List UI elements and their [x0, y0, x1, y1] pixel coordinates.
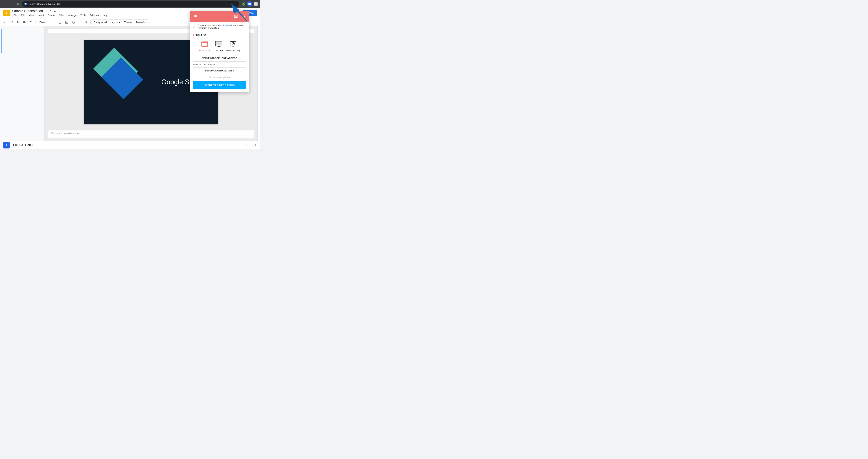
menu-arrange[interactable]: Arrange	[67, 13, 78, 17]
svg-point-18	[243, 16, 244, 17]
template-name-text: TEMPLATE.NET	[11, 144, 34, 147]
timer-icon: ⏱	[193, 25, 196, 29]
popup-menu-button[interactable]	[193, 13, 198, 19]
svg-point-28	[233, 43, 234, 44]
panel-toggle-icon[interactable]: ◁	[251, 142, 257, 148]
browser-tab-option[interactable]: Browser Tab	[198, 40, 211, 52]
docs-title-row: Sample Presentation ☆ 🗁 ☁	[12, 9, 109, 13]
menu-file[interactable]: File	[12, 13, 19, 17]
chrome-browser-bar: ← → ↻ Search Google or type a URL 🧩 ⬜	[0, 0, 260, 8]
webcam-not-detected-text: Webcam not detected	[190, 62, 249, 67]
menu-edit[interactable]: Edit	[20, 13, 27, 17]
popup-header	[190, 11, 249, 22]
grid-view-icon[interactable]: ⊞	[244, 142, 250, 148]
more-tool[interactable]: ⊞	[84, 19, 89, 25]
select-tool[interactable]	[57, 19, 63, 25]
browser-tab-label: Browser Tab	[198, 49, 211, 52]
camera-rect-icon	[234, 15, 238, 18]
svg-rect-15	[194, 17, 197, 17]
svg-rect-23	[218, 46, 220, 47]
webcam-only-label: Webcam Only	[226, 49, 240, 52]
desktop-option[interactable]: Desktop	[214, 40, 223, 52]
right-sidebar	[257, 26, 260, 141]
toolbar-divider-2	[35, 20, 36, 25]
popup-camera-button[interactable]	[233, 13, 239, 19]
refresh-button[interactable]: ↻	[15, 1, 21, 6]
menu-tools[interactable]: Tools	[79, 13, 87, 17]
forward-button[interactable]: →	[8, 1, 14, 6]
svg-rect-7	[24, 23, 25, 24]
background-button[interactable]: Background	[92, 19, 108, 25]
presentation-title: Sample Presentation	[12, 9, 43, 13]
undo-button[interactable]: ↺	[10, 19, 15, 25]
docs-title-area: Sample Presentation ☆ 🗁 ☁ File Edit View…	[12, 9, 109, 17]
recording-popup: ⏱ 5 minute limit per video. Upgrade for …	[190, 11, 249, 92]
hamburger-icon	[194, 15, 197, 18]
print-icon	[23, 21, 26, 24]
setup-camera-button[interactable]: SETUP CAMERA ACCESS	[193, 67, 246, 74]
transition-button[interactable]: Transition	[134, 19, 148, 25]
star-icon[interactable]: ☆	[44, 9, 47, 13]
svg-rect-20	[202, 42, 207, 46]
menu-insert[interactable]: Insert	[36, 13, 45, 17]
popup-settings-button[interactable]	[240, 13, 246, 19]
record-extension-icon[interactable]	[247, 1, 252, 6]
menu-addons[interactable]: Add-ons	[88, 13, 100, 17]
toolbar-divider-1	[8, 20, 8, 25]
grid-list-icon[interactable]: ☰	[237, 142, 243, 148]
theme-button[interactable]: Theme	[123, 19, 133, 25]
cloud-icon[interactable]: ☁	[53, 9, 56, 13]
select-icon	[59, 21, 62, 24]
browser-tab-icon	[200, 40, 210, 48]
shape-icon	[72, 21, 75, 24]
svg-rect-21	[202, 42, 204, 42]
popup-header-right-icons	[233, 13, 246, 19]
menu-view[interactable]: View	[27, 13, 35, 17]
add-button[interactable]: +	[2, 19, 7, 25]
format-paint-button[interactable]	[28, 19, 34, 25]
zoom-button[interactable]: 100% ▾	[37, 19, 49, 25]
layout-button[interactable]: Layout ▾	[109, 19, 122, 25]
svg-point-17	[235, 16, 237, 17]
svg-rect-24	[217, 47, 221, 47]
settings-icon	[242, 15, 245, 18]
slide-panel-item: 1 Google Slides Sample	[1, 29, 43, 54]
menu-slide[interactable]: Slide	[58, 13, 66, 17]
template-t-icon: T	[3, 142, 10, 149]
setup-tab-recording-button[interactable]: SETUP TAB RECORDING	[193, 81, 246, 89]
timer-text: 5 minute limit per video. Upgrade for un…	[198, 24, 246, 29]
maximize-icon[interactable]: ⬜	[253, 1, 258, 6]
redo-button[interactable]: ↻	[16, 19, 21, 25]
slide-thumbnail[interactable]: Google Slides Sample	[1, 29, 2, 54]
folder-icon[interactable]: 🗁	[49, 9, 52, 13]
svg-rect-8	[59, 21, 61, 24]
menu-format[interactable]: Format	[46, 13, 57, 17]
line-tool[interactable]	[77, 19, 83, 25]
popup-options-row: Browser Tab Desktop	[190, 38, 249, 54]
shape-tool[interactable]	[70, 19, 76, 25]
popup-timer-row: ⏱ 5 minute limit per video. Upgrade for …	[190, 22, 249, 32]
image-tool[interactable]	[64, 19, 70, 25]
menu-help[interactable]: Help	[101, 13, 109, 17]
rec-label: Rec Free	[196, 33, 206, 36]
back-button[interactable]: ←	[2, 1, 7, 6]
webcam-only-icon	[228, 40, 238, 48]
show-more-link[interactable]: Show more options	[190, 75, 249, 80]
upgrade-link[interactable]: Upgrade	[222, 24, 230, 27]
extension-icon[interactable]: 🧩	[241, 1, 246, 6]
print-button[interactable]	[21, 19, 27, 25]
line-icon	[79, 21, 82, 24]
svg-rect-29	[232, 46, 234, 47]
popup-rec-row: ▶ Rec Free	[190, 32, 249, 38]
slides-logo	[3, 10, 10, 17]
slide-panel: 1 Google Slides Sample	[0, 26, 44, 141]
setup-microphone-button[interactable]: SETUP MICROPHONE ACCESS	[193, 55, 246, 62]
cursor-tool[interactable]: ↖	[51, 19, 56, 25]
address-bar[interactable]: Search Google or type a URL	[22, 1, 239, 7]
address-text: Search Google or type a URL	[29, 3, 60, 5]
paint-icon	[30, 21, 33, 24]
notes-area[interactable]: Click to add speaker notes	[48, 130, 254, 138]
desktop-icon	[214, 40, 223, 48]
popup-header-icons	[193, 13, 198, 19]
webcam-only-option[interactable]: Webcam Only	[226, 40, 240, 52]
